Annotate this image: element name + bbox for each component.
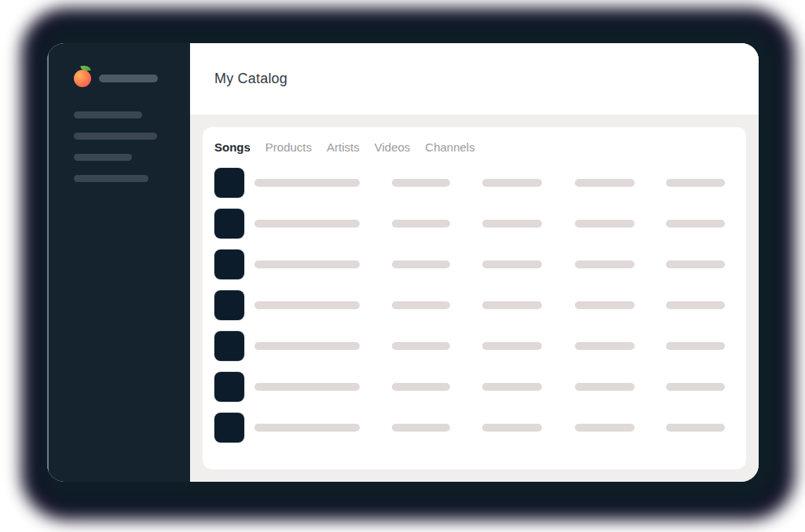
sidebar-nav [74,111,190,182]
cell-placeholder [666,261,725,268]
cell-placeholder [254,383,360,391]
cell-placeholder [666,424,725,432]
cell-placeholder [254,220,360,228]
sidebar-nav-item-placeholder[interactable] [74,154,132,161]
catalog-row[interactable] [214,250,746,279]
cell-placeholder [482,179,542,187]
cell-placeholder [482,220,542,228]
cell-placeholder [392,261,450,268]
cell-placeholder [666,301,725,309]
song-thumbnail-placeholder [214,290,244,320]
catalog-row[interactable] [214,331,746,361]
cell-placeholder [392,383,450,391]
cell-placeholder [482,261,542,268]
catalog-panel: SongsProductsArtistsVideosChannels [203,127,746,469]
sidebar-nav-item-placeholder[interactable] [74,133,157,140]
sidebar-edge-highlight [47,53,49,474]
song-thumbnail-placeholder [214,250,244,279]
cell-placeholder [482,342,542,350]
page-background: My Catalog SongsProductsArtistsVideosCha… [0,0,805,532]
cell-placeholder [666,179,725,187]
cell-placeholder [575,342,635,350]
cell-placeholder [575,424,635,432]
header: My Catalog [190,43,759,115]
song-thumbnail-placeholder [214,413,244,443]
catalog-row[interactable] [214,413,746,443]
cell-placeholder [392,301,450,309]
cell-placeholder [482,383,542,391]
tab-artists[interactable]: Artists [327,140,360,155]
fruit-icon [74,70,91,87]
sidebar [47,43,190,482]
cell-placeholder [392,220,450,228]
tab-channels[interactable]: Channels [425,140,474,155]
cell-placeholder [392,179,450,187]
catalog-list [214,168,746,454]
brand-name-placeholder [99,75,158,82]
cell-placeholder [575,179,635,187]
cell-placeholder [254,179,360,187]
main-area: My Catalog SongsProductsArtistsVideosCha… [190,43,759,482]
catalog-row[interactable] [214,209,746,239]
song-thumbnail-placeholder [214,372,244,402]
song-thumbnail-placeholder [214,331,244,361]
tab-videos[interactable]: Videos [375,140,411,155]
cell-placeholder [575,220,635,228]
cell-placeholder [254,301,360,309]
cell-placeholder [392,342,450,350]
tab-products[interactable]: Products [265,140,312,155]
cell-placeholder [482,424,542,432]
cell-placeholder [575,261,635,268]
page-title: My Catalog [214,71,287,87]
cell-placeholder [254,261,360,268]
cell-placeholder [482,301,542,309]
catalog-row[interactable] [214,168,746,198]
song-thumbnail-placeholder [214,168,244,198]
cell-placeholder [575,383,635,391]
cell-placeholder [254,342,360,350]
cell-placeholder [254,424,360,432]
catalog-row[interactable] [214,290,746,320]
cell-placeholder [666,383,725,391]
cell-placeholder [575,301,635,309]
cell-placeholder [666,342,725,350]
brand [74,69,190,87]
tab-bar: SongsProductsArtistsVideosChannels [214,140,746,155]
tab-songs[interactable]: Songs [214,140,251,155]
cell-placeholder [392,424,450,432]
catalog-row[interactable] [214,372,746,402]
song-thumbnail-placeholder [214,209,244,239]
sidebar-nav-item-placeholder[interactable] [74,111,142,118]
cell-placeholder [666,220,725,228]
app-window: My Catalog SongsProductsArtistsVideosCha… [47,43,759,482]
peach-logo-icon [74,69,92,87]
sidebar-nav-item-placeholder[interactable] [74,175,148,182]
